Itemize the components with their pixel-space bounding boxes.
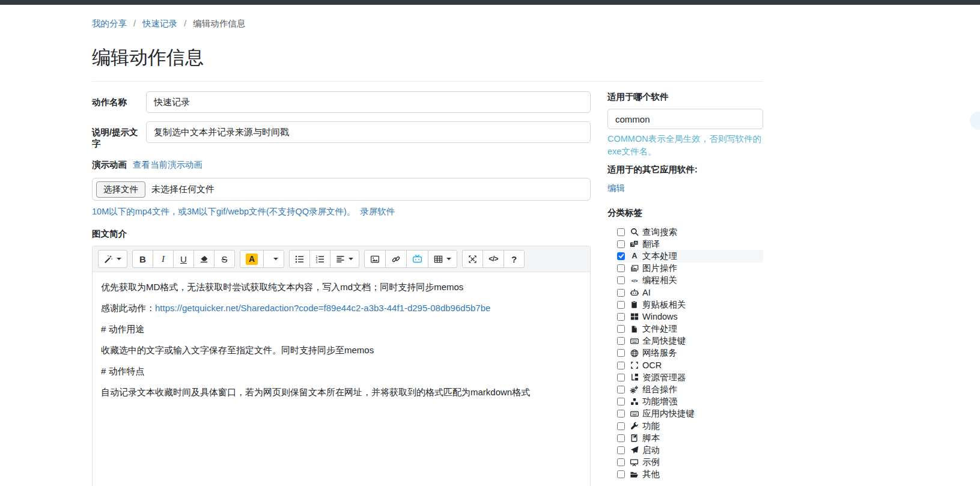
category-item-示例[interactable]: 示例 [617,457,763,469]
category-item-应用内快捷键[interactable]: 应用内快捷键 [617,408,763,420]
breadcrumb-link-action[interactable]: 快速记录 [142,19,177,28]
category-item-文件处理[interactable]: 文件处理 [617,323,763,335]
category-item-脚本[interactable]: 脚本 [617,432,763,444]
category-item-AI[interactable]: AI [617,287,763,299]
target-software-label: 适用于哪个软件 [607,91,763,103]
category-item-全局快捷键[interactable]: 全局快捷键 [617,335,763,347]
editor-paragraph-text: 优先获取为MD格式，无法获取时尝试获取纯文本内容，写入md文档；同时支持同步me… [101,282,463,292]
italic-button-label: I [162,254,165,264]
underline-button[interactable]: U [173,250,194,268]
insert-image-button[interactable] [364,250,386,268]
bold-button[interactable]: B [132,250,153,268]
editor-paragraph: 收藏选中的文字或输入文字保存至指定文件。同时支持同步至memos [101,344,582,356]
category-label: 剪贴板相关 [642,299,686,311]
demo-animation-label: 演示动画 [92,160,127,169]
insert-video-button[interactable] [406,250,428,268]
category-label: 文件处理 [642,323,677,335]
category-checkbox[interactable] [617,374,625,381]
code-view-button[interactable]: </> [482,250,504,268]
action-name-input[interactable] [146,91,591,113]
category-checkbox[interactable] [617,337,625,345]
toolbar-button-group: 123 [289,250,359,268]
clear-format-button[interactable] [193,250,215,268]
font-icon: A [629,251,639,261]
category-checkbox[interactable] [617,349,625,357]
category-label: 其他 [642,469,660,480]
category-item-功能增强[interactable]: 功能增强 [617,396,763,408]
insert-table-button[interactable] [428,250,457,268]
choose-file-button[interactable]: 选择文件 [96,181,145,198]
toolbar-button-group: BIUS [132,250,235,268]
category-checkbox[interactable] [617,386,625,393]
category-item-资源管理器[interactable]: 资源管理器 [617,371,763,383]
target-software-input[interactable] [607,109,763,129]
category-checkbox[interactable] [617,276,625,284]
category-label: OCR [642,360,662,370]
category-checkbox[interactable] [617,362,625,369]
font-color-button[interactable]: A [240,250,264,268]
action-description-input[interactable] [146,121,591,143]
category-item-剪贴板相关[interactable]: 剪贴板相关 [617,299,763,311]
category-checkbox[interactable] [617,228,625,236]
category-checkbox[interactable] [617,252,625,260]
divider [92,81,763,82]
category-checkbox[interactable] [617,422,625,430]
category-checkbox[interactable] [617,240,625,248]
category-checkbox[interactable] [617,446,625,454]
category-label: 功能 [642,421,660,432]
category-checkbox[interactable] [617,470,625,478]
ul-icon [295,255,304,264]
category-label: 翻译 [642,238,660,250]
style-button[interactable] [98,250,127,268]
category-checkbox[interactable] [617,458,625,466]
category-item-功能[interactable]: 功能 [617,420,763,432]
ordered-list-button[interactable]: 123 [309,250,330,268]
other-apps-edit-link[interactable]: 编辑 [607,183,763,194]
italic-button[interactable]: I [153,250,174,268]
category-item-编程相关[interactable]: </>编程相关 [617,275,763,287]
category-item-OCR[interactable]: OCR [617,359,763,371]
category-checkbox[interactable] [617,289,625,297]
category-item-启动[interactable]: 启动 [617,444,763,456]
editor-content[interactable]: 优先获取为MD格式，无法获取时尝试获取纯文本内容，写入md文档；同时支持同步me… [93,272,590,415]
editor-paragraph-text: # 动作用途 [101,324,145,334]
paragraph-align-button[interactable] [330,250,359,268]
ocr-brackets-icon [629,360,639,370]
screen-recorder-link[interactable]: 录屏软件 [360,207,395,216]
category-checkbox[interactable] [617,301,625,309]
breadcrumb-separator: / [184,19,186,28]
explorer-tree-icon [629,372,639,382]
category-checkbox[interactable] [617,410,625,418]
category-checkbox[interactable] [617,434,625,442]
floating-widget[interactable] [970,112,980,130]
top-navbar [0,0,980,5]
other-apps-label: 适用于的其它应用软件: [607,164,763,175]
category-item-Windows[interactable]: Windows [617,311,763,323]
translate-icon: 文A [629,239,639,249]
category-label: 示例 [642,457,660,468]
insert-link-button[interactable] [385,250,407,268]
help-button[interactable]: ? [504,250,525,268]
category-checkbox[interactable] [617,398,625,406]
view-current-demo-link[interactable]: 查看当前演示动画 [133,160,202,169]
category-item-组合操作[interactable]: 组合操作 [617,383,763,395]
demo-file-input[interactable]: 选择文件 未选择任何文件 [92,178,591,201]
fullscreen-button[interactable] [462,250,483,268]
shared-action-link[interactable]: https://getquicker.net/Sharedaction?code… [155,303,490,313]
category-item-其他[interactable]: 其他 [617,469,763,481]
category-checkbox[interactable] [617,264,625,272]
category-item-查询搜索[interactable]: 查询搜索 [617,226,763,238]
strikethrough-button[interactable]: S [214,250,235,268]
category-item-图片操作[interactable]: 图片操作 [617,263,763,275]
breadcrumb-link-my-shares[interactable]: 我的分享 [92,19,127,28]
unordered-list-button[interactable] [289,250,310,268]
categories-label: 分类标签 [607,207,763,219]
category-checkbox[interactable] [617,325,625,333]
font-color-more-button[interactable] [263,250,284,268]
category-checkbox[interactable] [617,313,625,321]
editor-paragraph: # 动作用途 [101,323,582,335]
category-item-网络服务[interactable]: 网络服务 [617,347,763,359]
paper-plane-icon [629,445,639,455]
category-item-文本处理[interactable]: A文本处理 [617,250,763,262]
category-item-翻译[interactable]: 文A翻译 [617,238,763,250]
